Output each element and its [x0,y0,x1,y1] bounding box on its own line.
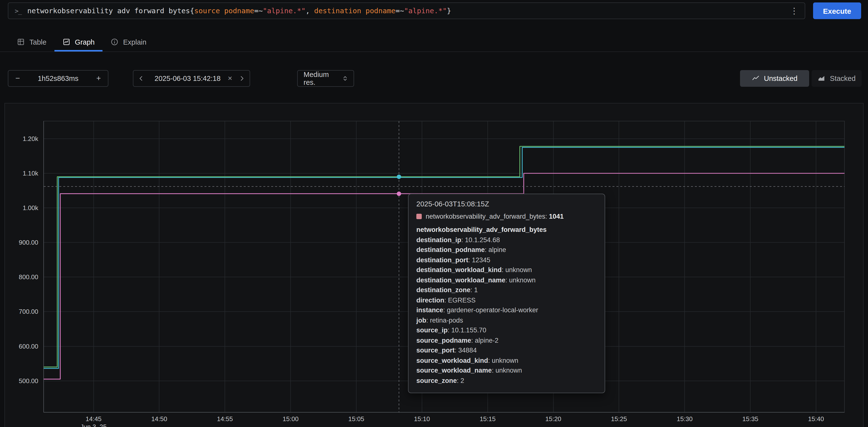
tooltip-label-row: destination_workload_kind: unknown [416,265,597,275]
metric-name: networkobservability_adv_forward_bytes [27,7,190,15]
decrease-range-button[interactable]: − [8,74,27,83]
query-input[interactable]: >_ networkobservability_adv_forward_byte… [8,2,805,19]
matcher-value: "alpine.*" [404,7,447,15]
range-duration-value[interactable]: 1h52s863ms [27,74,89,83]
x-tick-label: 15:25 [611,415,627,423]
x-tick-label: 14:50 [151,415,167,423]
x-tick-label: 14:55 [217,415,233,423]
x-tick-label: 14:45 [86,415,101,423]
chart-tooltip: 2025-06-03T15:08:15Z networkobservabilit… [408,194,605,393]
y-tick-label: 600.00 [19,343,38,350]
tab-label: Graph [75,38,95,46]
tab-table[interactable]: Table [9,32,54,52]
x-tick-label: 15:15 [479,415,496,423]
tooltip-label-list: destination_ip: 10.1.254.68destination_p… [416,235,597,386]
tooltip-label-row: destination_workload_name: unknown [416,275,597,285]
view-tabs: Table Graph Explain [0,32,868,52]
y-tick-label: 1.10k [23,170,38,177]
range-duration-control: − 1h52s863ms + [8,70,108,87]
tooltip-label-row: source_podname: alpine-2 [416,335,597,346]
table-icon [17,38,25,46]
tooltip-label-row: source_ip: 10.1.155.70 [416,326,597,335]
promql-expression[interactable]: networkobservability_adv_forward_bytes{s… [27,7,784,15]
tooltip-label-row: direction: EGRESS [416,295,597,305]
x-tick-label: 15:10 [414,415,430,423]
tab-explain[interactable]: Explain [102,32,154,52]
tooltip-label-row: job: retina-pods [416,316,597,326]
end-time-picker: 2025-06-03 15:42:18 ✕ [133,70,250,87]
separator: , [306,7,314,15]
kebab-menu-icon[interactable]: ⋮ [784,6,805,16]
tooltip-series-value: 1041 [549,213,564,220]
y-tick-label: 800.00 [19,273,38,281]
resolution-value: Medium res. [304,71,342,86]
tooltip-series-text: networkobservability_adv_forward_bytes: … [426,213,564,220]
chevrons-updown-icon [342,74,349,83]
x-tick-label: 15:35 [742,415,758,423]
tooltip-label-row: destination_ip: 10.1.254.68 [416,235,597,245]
y-tick-label: 900.00 [19,239,38,246]
x-tick-label: 15:30 [677,415,693,423]
unstacked-icon [751,74,760,83]
open-brace: { [190,7,194,15]
x-tick-label: 15:05 [348,415,364,423]
tooltip-series-row: networkobservability_adv_forward_bytes: … [416,213,597,220]
y-tick-label: 1.00k [23,204,38,211]
tooltip-timestamp: 2025-06-03T15:08:15Z [416,200,597,208]
matcher-op: =~ [254,7,263,15]
matcher-op: =~ [396,7,404,15]
close-brace: } [447,7,451,15]
tooltip-label-row: destination_podname: alpine [416,245,597,255]
unstacked-label: Unstacked [764,74,797,83]
tab-graph[interactable]: Graph [54,32,102,52]
clear-icon[interactable]: ✕ [226,75,234,82]
stacked-icon [818,74,826,83]
chevron-right-icon[interactable] [234,74,250,83]
tab-label: Table [29,38,46,46]
resolution-select[interactable]: Medium res. [297,70,354,87]
x-tick-label: 15:20 [545,415,561,423]
increase-range-button[interactable]: + [89,74,108,83]
crosshair-point [397,174,401,179]
tooltip-label-row: destination_zone: 1 [416,285,597,295]
tooltip-label-row: source_workload_name: unknown [416,366,597,376]
stacked-label: Stacked [830,74,856,83]
execute-button[interactable]: Execute [813,2,861,19]
tooltip-label-row: source_zone: 2 [416,376,597,386]
tooltip-label-row: instance: gardener-operator-local-worker [416,305,597,316]
tooltip-label-row: source_port: 34884 [416,346,597,356]
x-axis-date-label: Jun 3, 25 [81,423,107,427]
chevron-left-icon[interactable] [133,74,149,83]
tooltip-label-row: destination_port: 12345 [416,255,597,265]
tab-label: Explain [123,38,146,46]
stacked-toggle[interactable]: Stacked [812,70,862,87]
series-color-swatch [416,214,422,219]
label-matcher-name: source_podname [194,7,254,15]
prometheus-query-ui: >_ networkobservability_adv_forward_byte… [0,0,868,427]
y-tick-label: 1.20k [23,135,38,142]
unstacked-toggle[interactable]: Unstacked [740,70,809,87]
y-tick-label: 700.00 [19,308,38,315]
x-tick-label: 15:00 [283,415,299,423]
graph-icon [62,38,70,46]
tooltip-metric-name: networkobservability_adv_forward_bytes [416,225,597,235]
end-time-value[interactable]: 2025-06-03 15:42:18 [149,74,226,83]
y-tick-label: 500.00 [19,377,38,385]
matcher-value: "alpine.*" [263,7,306,15]
info-icon [110,38,119,46]
terminal-prompt-icon: >_ [8,7,27,14]
x-tick-label: 15:40 [808,415,824,423]
tooltip-label-row: source_workload_kind: unknown [416,356,597,366]
crosshair-point [397,191,401,196]
label-matcher-name: destination_podname [314,7,396,15]
